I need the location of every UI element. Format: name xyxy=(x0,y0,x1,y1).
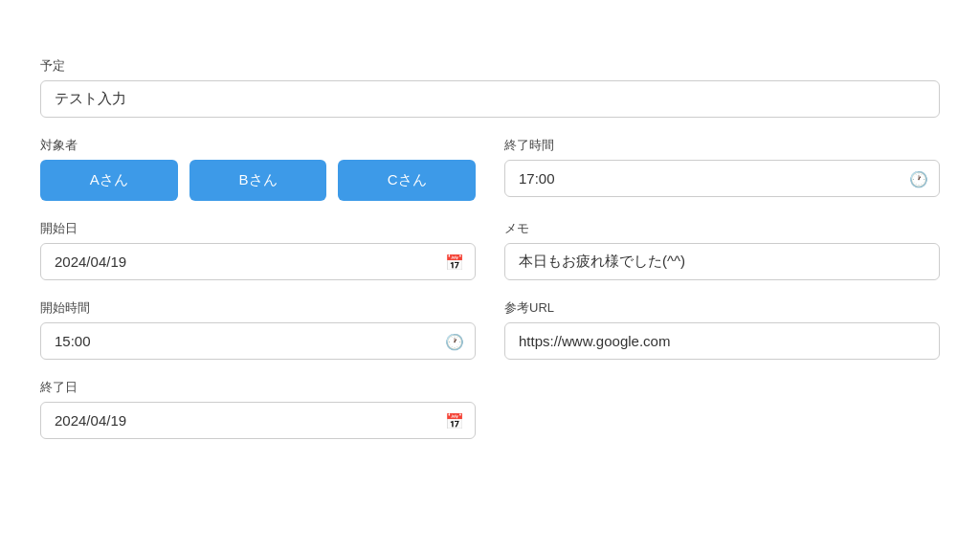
end-date-input-wrapper: 📅 xyxy=(40,402,476,439)
target-label: 対象者 xyxy=(40,137,476,154)
target-row: 対象者 Aさん Bさん Cさん xyxy=(40,137,476,201)
person-c-button[interactable]: Cさん xyxy=(338,160,476,201)
memo-row: メモ xyxy=(504,220,940,280)
start-date-input[interactable] xyxy=(40,243,476,280)
schedule-row: 予定 xyxy=(40,57,940,118)
start-date-label: 開始日 xyxy=(40,220,476,237)
person-a-button[interactable]: Aさん xyxy=(40,160,178,201)
url-label: 参考URL xyxy=(504,299,940,317)
url-row: 参考URL xyxy=(504,299,940,360)
end-time-input[interactable] xyxy=(504,160,940,197)
row-enddate: 終了日 📅 xyxy=(40,379,940,458)
start-time-input[interactable] xyxy=(40,322,476,360)
row-starttime-url: 開始時間 🕐 参考URL xyxy=(40,299,940,379)
start-date-row: 開始日 📅 xyxy=(40,220,476,280)
schedule-input[interactable] xyxy=(40,80,940,118)
end-time-label: 終了時間 xyxy=(504,137,940,154)
end-time-input-wrapper: 🕐 xyxy=(504,160,940,197)
end-date-row: 終了日 📅 xyxy=(40,379,476,439)
end-date-input[interactable] xyxy=(40,402,476,439)
end-time-row: 終了時間 🕐 xyxy=(504,137,940,201)
row-persons-endtime: 対象者 Aさん Bさん Cさん 終了時間 🕐 xyxy=(40,137,940,220)
start-time-row: 開始時間 🕐 xyxy=(40,299,476,360)
person-b-button[interactable]: Bさん xyxy=(189,160,327,201)
form-container: 予定 対象者 Aさん Bさん Cさん 終了時間 🕐 開始日 📅 xyxy=(31,38,949,477)
start-time-input-wrapper: 🕐 xyxy=(40,322,476,360)
url-input[interactable] xyxy=(504,322,940,360)
row-startdate-memo: 開始日 📅 メモ xyxy=(40,220,940,299)
memo-input[interactable] xyxy=(504,243,940,280)
memo-label: メモ xyxy=(504,220,940,237)
start-date-input-wrapper: 📅 xyxy=(40,243,476,280)
end-date-label: 終了日 xyxy=(40,379,476,396)
person-buttons-group: Aさん Bさん Cさん xyxy=(40,160,476,201)
schedule-label: 予定 xyxy=(40,57,940,75)
start-time-label: 開始時間 xyxy=(40,299,476,317)
